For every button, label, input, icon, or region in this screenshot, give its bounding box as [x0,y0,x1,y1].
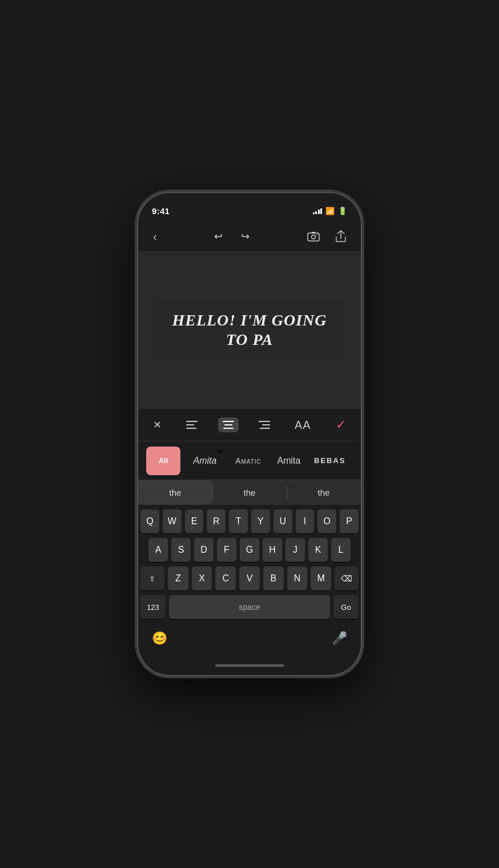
key-s[interactable]: S [171,538,191,562]
canvas-text: Hello! I'm going to Pa [172,311,327,348]
back-button[interactable]: ‹ [150,227,160,247]
confirm-button[interactable]: ✓ [331,414,351,436]
font-amita-item[interactable]: Amita [272,447,306,475]
autocomplete-bar: the the the [138,480,361,505]
key-v[interactable]: V [239,566,260,590]
signal-icon [313,207,323,214]
key-backspace[interactable]: ⌫ [335,566,359,590]
key-i[interactable]: I [296,509,315,533]
key-k[interactable]: K [308,538,328,562]
bottom-bar: 😊 🎤 [138,626,361,656]
key-go[interactable]: Go [333,595,359,619]
key-l[interactable]: L [331,538,351,562]
align-left-button[interactable] [182,417,202,432]
mic-button[interactable]: 🎤 [332,631,347,646]
share-button[interactable] [332,227,349,246]
svg-rect-12 [260,428,270,429]
key-y[interactable]: Y [251,509,270,533]
key-row-3: ⇧ Z X C V B N M ⌫ [140,566,359,590]
font-amita-label: Amita [277,456,301,466]
key-d[interactable]: D [194,538,214,562]
font-size-label: AA [295,419,311,432]
key-row-2: A S D F G H J K L [140,538,359,562]
font-picker: All Amita 🛍 Amatic Amita BEBAS [138,441,361,480]
toolbar-right [304,227,349,246]
font-bag-icon: 🛍 [216,448,223,455]
autocomplete-item-3[interactable]: the [287,480,361,505]
key-q[interactable]: Q [140,509,159,533]
key-x[interactable]: X [192,566,212,590]
phone-shell: 9:41 📶 🔋 ‹ ↩ ↪ [138,193,361,675]
key-t[interactable]: T [229,509,248,533]
key-123[interactable]: 123 [140,595,166,619]
top-toolbar: ‹ ↩ ↪ [138,222,361,251]
format-bar: ✕ AA ✓ [138,409,361,441]
home-bar [215,664,284,667]
autocomplete-text-2: the [244,488,256,497]
undo-button[interactable]: ↩ [211,227,226,246]
status-icons: 📶 🔋 [313,207,348,215]
key-w[interactable]: W [163,509,182,533]
key-a[interactable]: A [148,538,168,562]
autocomplete-item-1[interactable]: the [138,480,212,505]
close-format-button[interactable]: ✕ [148,415,166,435]
svg-rect-9 [223,428,234,429]
font-size-button[interactable]: AA [290,415,316,435]
key-r[interactable]: R [207,509,226,533]
battery-icon: 🔋 [338,207,347,215]
font-bebas-item[interactable]: BEBAS [311,447,349,475]
key-o[interactable]: O [317,509,336,533]
key-g[interactable]: G [240,538,259,562]
emoji-button[interactable]: 😊 [152,631,167,646]
toolbar-center: ↩ ↪ [211,227,253,246]
key-row-4: 123 space Go [140,595,359,619]
status-time: 9:41 [152,206,170,216]
confirm-icon: ✓ [336,417,346,432]
align-center-button[interactable] [218,417,239,432]
svg-rect-11 [262,424,270,425]
keyboard: Q W E R T Y U I O P A S D F G H J K L ⇧ … [138,505,361,626]
font-amatic-label: Amatic [235,456,261,465]
svg-point-1 [311,235,315,239]
key-m[interactable]: M [311,566,331,590]
svg-point-3 [316,234,317,235]
autocomplete-item-2[interactable]: the [212,480,287,505]
font-amita-italic-label: Amita [194,456,217,466]
svg-rect-0 [308,233,319,241]
font-amita-italic-item[interactable]: Amita 🛍 [185,447,225,475]
key-z[interactable]: Z [168,566,188,590]
font-all-label: All [159,456,168,465]
svg-rect-7 [223,421,234,422]
key-f[interactable]: F [217,538,236,562]
key-b[interactable]: B [263,566,284,590]
home-indicator [138,656,361,675]
svg-rect-5 [186,424,194,425]
redo-button[interactable]: ↪ [238,227,253,246]
key-j[interactable]: J [285,538,305,562]
svg-rect-2 [312,232,315,234]
autocomplete-text-1: the [170,488,182,497]
key-p[interactable]: P [340,509,359,533]
key-space[interactable]: space [169,595,330,619]
font-bebas-label: BEBAS [314,456,346,465]
key-c[interactable]: C [215,566,236,590]
font-all-button[interactable]: All [146,447,180,475]
text-overlay: Hello! I'm going to Pa [155,300,344,359]
key-row-1: Q W E R T Y U I O P [140,509,359,533]
key-u[interactable]: U [273,509,292,533]
align-right-button[interactable] [254,417,275,432]
svg-rect-6 [186,428,196,429]
status-bar: 9:41 📶 🔋 [138,193,361,222]
key-e[interactable]: E [185,509,204,533]
wifi-icon: 📶 [325,207,335,215]
autocomplete-text-3: the [318,488,330,497]
canvas-area[interactable]: Hello! I'm going to Pa [138,251,361,409]
key-h[interactable]: H [263,538,282,562]
key-shift[interactable]: ⇧ [140,566,164,590]
svg-rect-10 [259,421,270,422]
svg-rect-4 [186,421,198,422]
font-amatic-item[interactable]: Amatic [230,447,267,475]
camera-preview-button[interactable] [304,227,323,246]
svg-rect-8 [224,424,232,425]
key-n[interactable]: N [287,566,308,590]
